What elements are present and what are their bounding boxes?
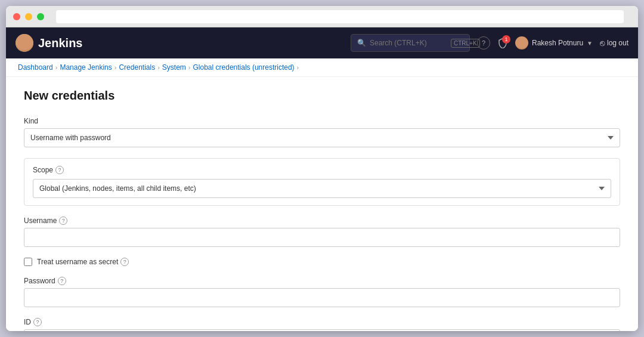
browser-url-bar[interactable]	[56, 10, 624, 23]
username-group: Username ?	[24, 217, 620, 247]
browser-chrome	[6, 6, 638, 27]
password-input[interactable]	[24, 288, 620, 307]
chevron-down-icon: ▼	[587, 40, 593, 47]
username-input[interactable]	[24, 228, 620, 247]
breadcrumb-sep-3: ›	[157, 64, 160, 71]
user-name: Rakesh Potnuru	[532, 39, 583, 47]
treat-secret-checkbox[interactable]	[24, 258, 32, 266]
breadcrumb-global-credentials[interactable]: Global credentials (unrestricted)	[193, 63, 295, 72]
username-help-icon[interactable]: ?	[59, 217, 67, 225]
user-avatar	[515, 36, 528, 50]
id-group: ID ?	[24, 318, 620, 331]
treat-secret-label: Treat username as secret ?	[37, 258, 129, 266]
logout-button[interactable]: ⎋ log out	[600, 38, 628, 48]
security-badge[interactable]: 1	[497, 38, 508, 48]
treat-secret-help-icon[interactable]: ?	[120, 258, 129, 266]
browser-dot-maximize[interactable]	[37, 13, 44, 20]
main-content: New credentials Kind Username with passw…	[6, 77, 638, 331]
header-actions: ? 1 Rakesh Potnuru ▼ ⎋ log out	[477, 36, 628, 50]
kind-label: Kind	[24, 117, 620, 125]
kind-group: Kind Username with passwordSecret textSe…	[24, 117, 620, 147]
search-icon: 🔍	[357, 39, 366, 47]
scope-group: Scope ? Global (Jenkins, nodes, items, a…	[24, 158, 620, 206]
shortcut-badge: CTRL+K	[451, 39, 480, 48]
scope-select[interactable]: Global (Jenkins, nodes, items, all child…	[33, 179, 611, 198]
scope-help-icon[interactable]: ?	[55, 166, 64, 174]
breadcrumb-credentials[interactable]: Credentials	[119, 63, 155, 72]
logo[interactable]: Jenkins	[16, 34, 351, 52]
id-input[interactable]	[24, 329, 620, 331]
browser-dot-minimize[interactable]	[25, 13, 32, 20]
password-help-icon[interactable]: ?	[58, 277, 66, 285]
logout-label: log out	[607, 39, 628, 47]
help-icon[interactable]: ?	[477, 36, 490, 50]
search-bar[interactable]: 🔍 CTRL+K	[351, 34, 470, 52]
breadcrumb-sep-5: ›	[297, 64, 299, 71]
treat-secret-row: Treat username as secret ?	[24, 258, 620, 266]
page-title: New credentials	[24, 89, 620, 103]
browser-dot-close[interactable]	[13, 13, 20, 20]
breadcrumb-system[interactable]: System	[162, 63, 186, 72]
search-input[interactable]	[370, 39, 447, 47]
id-help-icon[interactable]: ?	[33, 318, 42, 326]
logo-text: Jenkins	[38, 36, 82, 50]
breadcrumb-sep-1: ›	[55, 64, 58, 71]
breadcrumb: Dashboard › Manage Jenkins › Credentials…	[6, 58, 638, 77]
app-header: Jenkins 🔍 CTRL+K ? 1 Rakesh Potnuru	[6, 27, 638, 58]
username-label: Username ?	[24, 217, 620, 225]
kind-select[interactable]: Username with passwordSecret textSecret …	[24, 128, 620, 147]
breadcrumb-sep-4: ›	[188, 64, 191, 71]
breadcrumb-manage-jenkins[interactable]: Manage Jenkins	[60, 63, 112, 72]
breadcrumb-sep-2: ›	[114, 64, 117, 71]
logo-avatar	[16, 34, 33, 52]
scope-label: Scope ?	[33, 166, 611, 174]
jenkins-app: Jenkins 🔍 CTRL+K ? 1 Rakesh Potnuru	[6, 27, 638, 331]
password-label: Password ?	[24, 277, 620, 285]
password-group: Password ?	[24, 277, 620, 307]
jenkins-face	[16, 34, 33, 52]
id-label: ID ?	[24, 318, 620, 326]
logout-icon: ⎋	[600, 38, 605, 48]
user-menu[interactable]: Rakesh Potnuru ▼	[515, 36, 593, 50]
breadcrumb-dashboard[interactable]: Dashboard	[18, 63, 53, 72]
security-count: 1	[502, 35, 510, 44]
